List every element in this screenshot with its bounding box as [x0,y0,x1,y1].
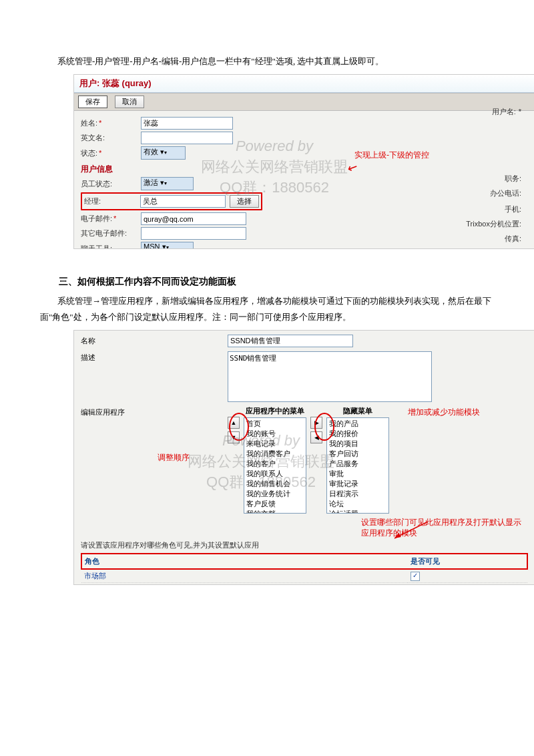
screenshot-app-edit: 名称 描述 SSND销售管理 编辑应用程序 ▲ ▼ 应用程序中的菜单 首页我的账… [73,330,534,585]
arrow-icon [388,522,441,542]
save-button[interactable]: 保存 [78,96,107,108]
email-input[interactable] [141,212,246,225]
label-username: 用户名:* [492,107,521,117]
select-button[interactable]: 选择 [230,195,259,208]
list-item[interactable]: 我的文档 [245,509,305,514]
label-edit-app: 编辑应用程序 [81,406,148,417]
role-cell: 设计部 [81,583,408,586]
col-visible: 是否可见 [408,554,527,569]
label-office-tel: 办公电话: [490,188,521,198]
list-item[interactable]: 论坛话题 [328,509,388,514]
svg-marker-1 [394,533,401,538]
table-row: 市场部✓ [81,569,527,583]
list-item[interactable]: 客户回访 [328,449,388,459]
list-item[interactable]: 我的客户 [245,459,305,469]
label-duty: 职务: [505,174,521,184]
label-manager: 经理: [84,196,140,206]
list-item[interactable]: 审批记录 [328,479,388,489]
menu-list-left[interactable]: 首页我的账号来电记录我的消费客户我的客户我的联系人我的销售机会我的业务统计客户反… [244,417,306,514]
section-user-info: 用户信息 [81,164,528,175]
section-heading-3: 三、如何根据工作内容不同而设定功能面板 [40,276,494,288]
label-app-desc: 描述 [81,351,148,363]
status-select[interactable]: 有效 ▾ [141,146,186,160]
callout-addremove: 增加或减少功能模块 [408,407,480,418]
other-email-input[interactable] [141,227,246,240]
cancel-button[interactable]: 取消 [115,96,144,108]
list-item[interactable]: 我的联系人 [245,469,305,479]
label-ename: 英文名: [81,133,141,143]
ename-input[interactable] [141,132,233,144]
circle-annotation-move [314,413,334,441]
app-desc-textarea[interactable]: SSND销售管理 [228,351,432,402]
list-item[interactable]: 我的销售机会 [245,479,305,489]
app-name-input[interactable] [228,335,353,347]
label-other-email: 其它电子邮件: [81,228,141,238]
list-right-header: 隐藏菜单 [326,406,389,417]
col-role: 角色 [81,554,408,569]
label-trixbox: Trixbox分机位置: [466,219,521,229]
list-item[interactable]: 我的报价 [328,429,388,439]
list-left-header: 应用程序中的菜单 [244,406,306,417]
emp-status-select[interactable]: 激活 ▾ [141,177,194,190]
list-item[interactable]: 我的业务统计 [245,489,305,499]
window-title: 用户: 张蕊 (quray) [74,75,534,93]
list-item[interactable]: 论坛 [328,499,388,509]
list-item[interactable]: 首页 [245,419,305,429]
callout-reorder: 调整顺序 [158,453,190,463]
list-item[interactable]: 客户反馈 [245,499,305,509]
label-status: 状态:* [81,148,141,158]
label-emp-status: 员工状态: [81,179,141,189]
label-app-name: 名称 [81,335,148,346]
list-item[interactable]: 我的项目 [328,439,388,449]
label-name: 姓名:* [81,118,141,128]
list-item[interactable]: 我的账号 [245,429,305,439]
label-mobile: 手机: [505,204,521,214]
visible-checkbox[interactable]: ✓ [411,572,420,581]
callout-supervisor: 实现上级-下级的管控 [354,150,429,161]
visible-checkbox[interactable] [411,584,420,585]
list-item[interactable]: 我的消费客户 [245,449,305,459]
section3-paragraph: 系统管理→管理应用程序，新增或编辑各应用程序，增减各功能模块可通过下面的功能模块… [40,293,494,325]
manager-input[interactable] [140,195,226,208]
visibility-note: 请设置该应用程序对哪些角色可见,并为其设置默认应用 [81,540,528,550]
circle-annotation-reorder [229,413,249,441]
list-item[interactable]: 来电记录 [245,439,305,449]
callout-visibility: 设置哪些部门可见此应用程序及打开默认显示应用程序的模块 [361,518,528,538]
list-item[interactable]: 我的产品 [328,419,388,429]
chat-select[interactable]: MSN ▾ [141,242,194,249]
list-item[interactable]: 产品服务 [328,459,388,469]
toolbar: 保存 取消 [74,93,534,111]
role-table: 角色 是否可见 市场部✓设计部财务部 [81,553,528,585]
screenshot-user-edit: 用户: 张蕊 (quray) 保存 取消 姓名:* 用户名:* 英文名: 状态:… [73,74,534,249]
role-cell: 市场部 [81,569,408,583]
table-row: 设计部 [81,583,527,586]
list-item[interactable]: 审批 [328,469,388,479]
label-chat: 聊天工具: [81,244,141,250]
list-item[interactable]: 日程演示 [328,489,388,499]
manager-highlight: 经理: 选择 [81,192,262,210]
label-fax: 传真: [505,234,521,244]
label-email: 电子邮件:* [81,214,141,224]
intro-paragraph: 系统管理-用户管理-用户名-编辑-用户信息一栏中有"经理"选项, 选中其直属上级… [40,53,494,69]
menu-list-right[interactable]: 我的产品我的报价我的项目客户回访产品服务审批审批记录日程演示论坛论坛话题 [326,417,389,514]
name-input[interactable] [141,117,233,130]
